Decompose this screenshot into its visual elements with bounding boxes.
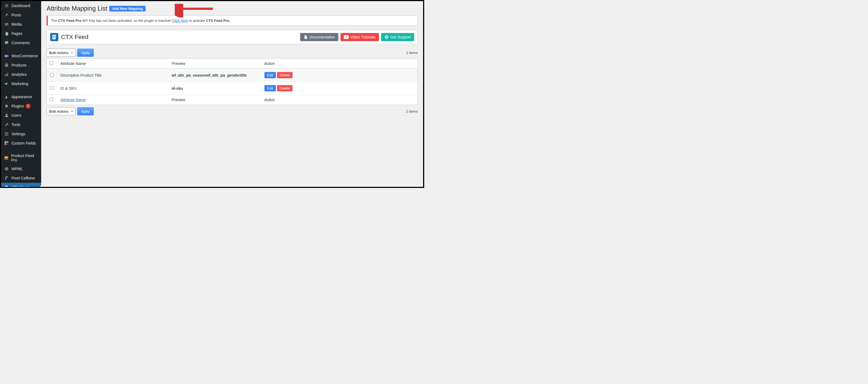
sidebar-item-ctx-feed[interactable]: CTX Feed [1, 183, 41, 188]
svg-rect-30 [53, 36, 55, 37]
row-attr-name: ID & SKU [58, 82, 169, 95]
row-actions: Edit Delete [262, 82, 417, 95]
sidebar-item-wpml[interactable]: WPML [1, 164, 41, 173]
svg-rect-29 [53, 36, 55, 36]
svg-rect-12 [5, 134, 8, 134]
lifebuoy-icon [384, 35, 389, 39]
bulk-actions-select-top[interactable]: Bulk Actions [46, 49, 75, 57]
inactive-plugin-notice: The CTX Feed Pro API Key has not been ac… [46, 16, 417, 26]
notice-text: The CTX Feed Pro API Key has not been ac… [51, 19, 230, 23]
sidebar-item-label: Product Feed Pro [11, 153, 39, 162]
svg-rect-19 [5, 141, 6, 145]
row-preview: id-sku [169, 82, 262, 95]
svg-rect-6 [5, 64, 8, 67]
sidebar-item-media[interactable]: Media [1, 20, 41, 29]
sidebar-item-products[interactable]: Products [1, 61, 41, 70]
customfields-icon [4, 141, 9, 146]
row-actions: Edit Delete [262, 69, 417, 82]
sidebar-item-dashboard[interactable]: Dashboard [1, 1, 41, 10]
col-attr-header[interactable]: Attribute Name [58, 59, 169, 69]
row-checkbox[interactable] [51, 86, 54, 90]
col-action-footer: Action [262, 95, 417, 105]
sidebar-item-marketing[interactable]: Marketing [1, 79, 41, 88]
svg-rect-24 [5, 186, 8, 188]
sidebar-item-custom-fields[interactable]: Custom Fields [1, 139, 41, 148]
sidebar-item-label: Custom Fields [11, 141, 36, 145]
users-icon [4, 113, 9, 118]
tools-icon [4, 122, 9, 127]
apply-button-top[interactable]: Apply [77, 49, 94, 57]
youtube-icon [344, 35, 349, 39]
video-tutorials-button[interactable]: Video Tutorials [340, 33, 379, 41]
banner-title: CTX Feed [61, 34, 88, 41]
sidebar-item-label: Media [11, 22, 22, 26]
pixel-icon [4, 175, 9, 181]
ctx-feed-logo-icon [50, 33, 58, 41]
activate-link[interactable]: Click here [172, 19, 188, 23]
sidebar-item-label: Posts [11, 13, 21, 17]
apply-button-bottom[interactable]: Apply [77, 107, 94, 115]
delete-button[interactable]: Delete [277, 72, 293, 78]
sidebar-item-tools[interactable]: Tools [1, 120, 41, 129]
wpml-icon [4, 166, 9, 172]
sidebar-item-label: WooCommerce [11, 54, 38, 58]
sidebar-item-users[interactable]: Users [1, 111, 41, 120]
table-row: Descriptive Product Titlewf_attr_pa_seas… [47, 69, 417, 82]
sidebar-item-comments[interactable]: Comments [1, 38, 41, 48]
documentation-button[interactable]: Documentation [300, 33, 338, 41]
pages-icon [4, 31, 9, 36]
ctx-icon [4, 185, 9, 188]
svg-rect-9 [7, 73, 8, 76]
sidebar-item-label: WPML [11, 167, 23, 171]
svg-point-14 [5, 132, 6, 133]
svg-point-34 [386, 36, 387, 38]
pfp-icon [4, 155, 9, 160]
sidebar-item-label: Tools [11, 122, 21, 127]
select-all-checkbox-top[interactable] [50, 61, 53, 65]
row-checkbox[interactable] [51, 73, 54, 77]
get-support-button[interactable]: Get Support [381, 33, 414, 41]
svg-rect-20 [4, 156, 8, 160]
sidebar-item-settings[interactable]: Settings [1, 129, 41, 139]
edit-button[interactable]: Edit [265, 72, 276, 78]
svg-rect-25 [6, 186, 7, 187]
svg-rect-8 [6, 73, 7, 76]
sidebar-item-pages[interactable]: Pages [1, 29, 41, 38]
svg-rect-4 [6, 32, 8, 36]
sidebar-item-label: Settings [11, 132, 25, 136]
col-attr-footer-link[interactable]: Attribute Name [61, 98, 86, 102]
sidebar-item-plugins[interactable]: Plugins7 [1, 101, 41, 111]
sidebar-item-label: Dashboard [11, 4, 30, 8]
edit-button[interactable]: Edit [265, 85, 276, 91]
sidebar-item-label: Pages [11, 31, 22, 36]
sidebar-item-label: Analytics [11, 72, 27, 77]
sidebar-item-label: Marketing [11, 82, 28, 86]
items-count-top: 2 items [406, 51, 417, 55]
add-new-mapping-button[interactable]: Add New Mapping [109, 6, 146, 11]
pin-icon [4, 12, 9, 18]
sidebar-item-analytics[interactable]: Analytics [1, 70, 41, 79]
plugin-banner: CTX Feed Documentation Video Tutorials G… [46, 30, 417, 44]
sidebar-item-label: CTX Feed [11, 185, 29, 188]
sidebar-item-label: Comments [11, 41, 30, 45]
bulk-actions-select-bottom[interactable]: Bulk Actions [46, 107, 75, 115]
sidebar-item-woocommerce[interactable]: WooCommerce [1, 51, 41, 61]
analytics-icon [4, 72, 9, 77]
sidebar-item-label: Products [11, 63, 26, 67]
select-all-checkbox-bottom[interactable] [50, 98, 53, 101]
row-preview: wf_attr_pa_seasonwf_attr_pa_gendertitle [169, 69, 262, 82]
sidebar-item-product-feed-pro[interactable]: Product Feed Pro [1, 152, 41, 164]
svg-point-2 [7, 24, 8, 24]
svg-rect-7 [5, 75, 5, 76]
sidebar-item-posts[interactable]: Posts [1, 10, 41, 20]
appearance-icon [4, 94, 9, 99]
sidebar-item-pixel-caffeine[interactable]: Pixel Caffeine [1, 173, 41, 183]
document-icon [303, 35, 308, 39]
page-title: Attribute Mapping List [46, 5, 107, 12]
svg-rect-31 [53, 38, 54, 38]
sidebar-item-label: Users [11, 113, 22, 118]
delete-button[interactable]: Delete [277, 85, 293, 91]
sidebar-item-appearance[interactable]: Appearance [1, 92, 41, 101]
col-preview-footer: Preview [169, 95, 262, 105]
mappings-table: Attribute Name Preview Action Descriptiv… [46, 58, 417, 105]
